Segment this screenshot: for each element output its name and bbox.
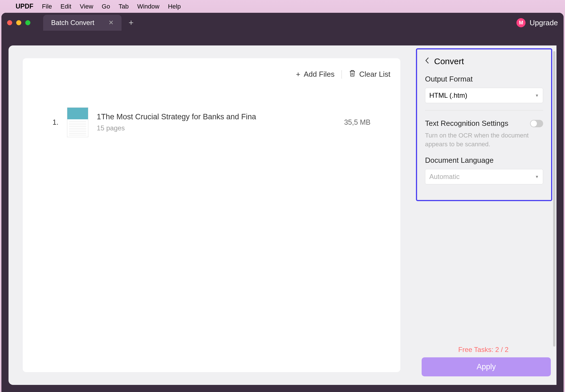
convert-header: Convert [425, 57, 543, 66]
file-panel: + Add Files Clear List [23, 58, 400, 372]
content-area: + Add Files Clear List [9, 45, 556, 385]
tab-batch-convert[interactable]: Batch Convert ✕ [43, 15, 122, 31]
file-info: 1The Most Crucial Strategy for Banks and… [97, 112, 330, 132]
add-files-label: Add Files [304, 70, 334, 79]
avatar[interactable]: M [516, 18, 526, 27]
upgrade-area: M Upgrade [516, 18, 558, 27]
upgrade-button[interactable]: Upgrade [530, 18, 558, 27]
file-list: 1. 1The Most Crucial Strategy for Banks … [33, 107, 390, 137]
plus-icon: + [296, 70, 300, 79]
maximize-window-button[interactable] [25, 20, 30, 25]
output-format-value: HTML (.htm) [429, 91, 467, 99]
output-format-dropdown[interactable]: HTML (.htm) ▼ [425, 88, 543, 103]
file-pages: 15 pages [97, 124, 330, 132]
file-index: 1. [53, 118, 58, 126]
ocr-description: Turn on the OCR when the document appear… [425, 131, 543, 149]
menu-tab[interactable]: Tab [119, 3, 129, 10]
apply-button[interactable]: Apply [422, 357, 551, 376]
file-size: 35,5 MB [344, 118, 371, 126]
chevron-down-icon: ▼ [535, 93, 539, 98]
output-format-label: Output Format [425, 75, 543, 84]
menu-help[interactable]: Help [168, 3, 181, 10]
clear-list-label: Clear List [359, 70, 390, 79]
clear-list-button[interactable]: Clear List [349, 70, 390, 79]
menu-file[interactable]: File [42, 3, 52, 10]
chevron-down-icon: ▼ [535, 174, 539, 179]
app-name[interactable]: UPDF [16, 3, 34, 10]
side-panel: Convert Output Format HTML (.htm) ▼ Text… [415, 45, 556, 385]
language-value: Automatic [429, 173, 460, 181]
language-dropdown[interactable]: Automatic ▼ [425, 169, 543, 184]
main-panel: + Add Files Clear List [9, 45, 415, 385]
file-thumbnail [67, 107, 88, 137]
language-label: Document Language [425, 156, 543, 165]
menu-window[interactable]: Window [137, 3, 159, 10]
app-window: Batch Convert ✕ + M Upgrade + Add Files [1, 13, 564, 392]
scrollbar[interactable] [553, 51, 555, 347]
convert-settings-box: Convert Output Format HTML (.htm) ▼ Text… [416, 48, 552, 201]
add-files-button[interactable]: + Add Files [296, 70, 335, 79]
ocr-toggle[interactable] [530, 120, 543, 127]
minimize-window-button[interactable] [16, 20, 21, 25]
free-tasks-label: Free Tasks: 2 / 2 [415, 346, 552, 354]
menu-go[interactable]: Go [102, 3, 110, 10]
divider [342, 70, 342, 79]
tab-label: Batch Convert [51, 19, 94, 27]
toolbar: + Add Files Clear List [33, 70, 390, 79]
file-title: 1The Most Crucial Strategy for Banks and… [97, 112, 330, 121]
ocr-label: Text Recognition Settings [425, 119, 508, 128]
close-window-button[interactable] [7, 20, 12, 25]
ocr-row: Text Recognition Settings [425, 119, 543, 128]
convert-title: Convert [434, 57, 464, 66]
file-item[interactable]: 1. 1The Most Crucial Strategy for Banks … [33, 107, 390, 137]
menu-edit[interactable]: Edit [60, 3, 71, 10]
add-tab-button[interactable]: + [129, 18, 134, 28]
divider [425, 110, 543, 110]
close-tab-icon[interactable]: ✕ [108, 19, 114, 26]
menu-view[interactable]: View [80, 3, 93, 10]
traffic-lights [7, 20, 30, 25]
back-icon[interactable] [425, 57, 429, 66]
title-bar: Batch Convert ✕ + M Upgrade [1, 13, 564, 33]
trash-icon [349, 70, 356, 79]
menu-bar: UPDF File Edit View Go Tab Window Help [0, 0, 565, 13]
